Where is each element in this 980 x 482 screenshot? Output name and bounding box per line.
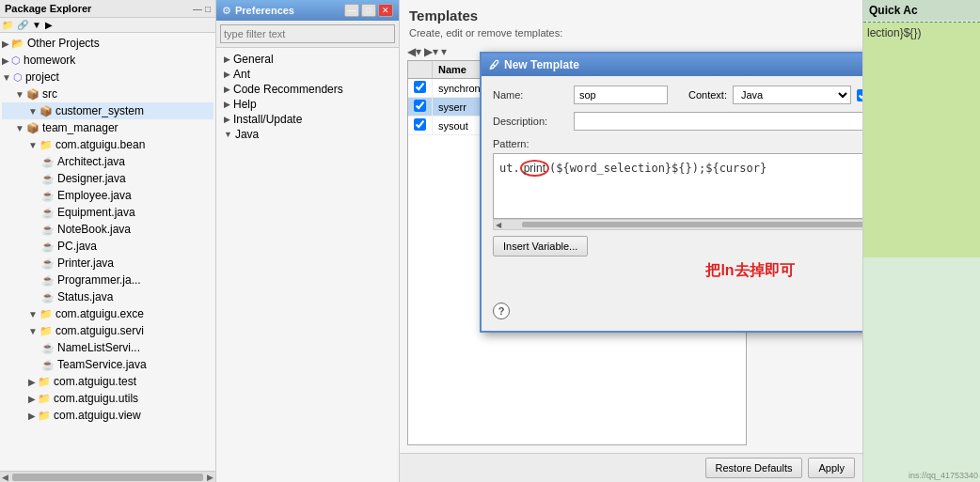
tree-item-pc[interactable]: ☕ PC.java bbox=[2, 238, 213, 255]
java-file-icon-11: ☕ bbox=[41, 359, 55, 371]
package-explorer-header: Package Explorer — □ bbox=[0, 0, 215, 18]
tree-item-utils[interactable]: ▶ 📁 com.atguigu.utils bbox=[2, 390, 213, 407]
nav-arrow-java: ▼ bbox=[224, 130, 232, 139]
minimize-icon[interactable]: — bbox=[193, 4, 202, 14]
tree-item-bean[interactable]: ▼ 📁 com.atguigu.bean bbox=[2, 136, 213, 153]
pkg-folder-6: 📁 bbox=[38, 410, 51, 422]
tree-item-status[interactable]: ☕ Status.java bbox=[2, 288, 213, 305]
dialog-footer: ? OK Cancel bbox=[482, 295, 862, 331]
pref-maximize-btn[interactable]: □ bbox=[361, 4, 376, 17]
arrow-utils: ▶ bbox=[28, 394, 36, 404]
dialog-help-area: ? bbox=[493, 303, 510, 319]
watermark: ins://qq_41753340 bbox=[909, 471, 978, 480]
java-file-icon-6: ☕ bbox=[41, 241, 55, 253]
templates-area: Templates Create, edit or remove templat… bbox=[400, 0, 862, 482]
nav-arrow-cr: ▶ bbox=[224, 85, 230, 94]
pref-bottom-bar: Restore Defaults Apply bbox=[400, 453, 862, 482]
dialog-title-text: New Template bbox=[504, 58, 579, 71]
preferences-title: Preferences bbox=[235, 5, 294, 16]
java-file-icon-10: ☕ bbox=[41, 342, 55, 354]
tree-arrow-proj: ▼ bbox=[2, 72, 11, 83]
pkg-folder-3: 📁 bbox=[40, 325, 53, 337]
pkg-folder-5: 📁 bbox=[38, 393, 51, 405]
templates-title: Templates bbox=[400, 0, 862, 25]
tree-item-homework[interactable]: ▶ ⬡ homework bbox=[2, 52, 213, 69]
check-synchronized[interactable] bbox=[408, 79, 433, 98]
auto-insert-checkbox[interactable] bbox=[857, 89, 862, 101]
insert-variable-button[interactable]: Insert Variable... bbox=[493, 236, 588, 257]
nav-help[interactable]: ▶ Help bbox=[224, 97, 391, 112]
right-panel-code: lection}${}) bbox=[867, 26, 976, 39]
context-select[interactable]: Java Java statements Java type members bbox=[733, 86, 851, 104]
check-syserr[interactable] bbox=[408, 98, 433, 117]
tree-item-team-manager[interactable]: ▼ 📦 team_manager bbox=[2, 119, 213, 136]
tree-item-designer[interactable]: ☕ Designer.java bbox=[2, 170, 213, 187]
project-icon-2: ⬡ bbox=[13, 71, 23, 84]
tree-item-architect[interactable]: ☕ Architect.java bbox=[2, 153, 213, 170]
templates-subtitle: Create, edit or remove templates: bbox=[400, 25, 862, 43]
name-input[interactable] bbox=[574, 86, 668, 104]
dialog-icon: 🖊 bbox=[489, 59, 499, 70]
tree-item-test[interactable]: ▶ 📁 com.atguigu.test bbox=[2, 373, 213, 390]
tree-item-equipment[interactable]: ☕ Equipment.java bbox=[2, 204, 213, 221]
tree-item-programmer[interactable]: ☕ Programmer.ja... bbox=[2, 272, 213, 288]
nav-menu-icon[interactable]: ▾ bbox=[441, 45, 447, 58]
scroll-left[interactable]: ◀ bbox=[0, 473, 10, 482]
tree-item-namelist[interactable]: ☕ NameListServi... bbox=[2, 339, 213, 356]
scroll-thumb[interactable] bbox=[12, 474, 203, 481]
tree-item-src[interactable]: ▼ 📦 src bbox=[2, 86, 213, 102]
description-input[interactable] bbox=[574, 112, 862, 131]
toolbar-icon-3[interactable]: ▼ bbox=[32, 20, 41, 30]
apply-button[interactable]: Apply bbox=[808, 458, 855, 478]
tree-item-view[interactable]: ▶ 📁 com.atguigu.view bbox=[2, 407, 213, 424]
nav-fwd-icon[interactable]: ▶▾ bbox=[424, 45, 438, 58]
tree-item-servi[interactable]: ▼ 📁 com.atguigu.servi bbox=[2, 322, 213, 339]
nav-arrow-general: ▶ bbox=[224, 54, 230, 64]
java-file-icon-7: ☕ bbox=[41, 257, 55, 270]
help-icon[interactable]: ? bbox=[493, 303, 510, 319]
maximize-icon[interactable]: □ bbox=[205, 4, 211, 14]
dialog-titlebar: 🖊 New Template — □ ✕ bbox=[482, 54, 862, 76]
pattern-scroll[interactable]: ut.print(${word_selection}${});${cursor} bbox=[493, 153, 862, 219]
pref-filter-area bbox=[216, 21, 399, 48]
preferences-panel: ⚙ Preferences — □ ✕ ▶ General ▶ Ant bbox=[216, 0, 400, 482]
tree-item-notebook[interactable]: ☕ NoteBook.java bbox=[2, 221, 213, 238]
nav-install-update[interactable]: ▶ Install/Update bbox=[224, 112, 391, 127]
nav-arrow-iu: ▶ bbox=[224, 115, 230, 124]
tree-item-excel[interactable]: ▼ 📁 com.atguigu.exce bbox=[2, 305, 213, 322]
tree-item-teamservice[interactable]: ☕ TeamService.java bbox=[2, 356, 213, 373]
nav-back-icon[interactable]: ◀▾ bbox=[407, 45, 421, 58]
restore-defaults-button[interactable]: Restore Defaults bbox=[705, 458, 803, 478]
toolbar-icon-1[interactable]: 📁 bbox=[2, 20, 13, 30]
toolbar-icon-2[interactable]: 🔗 bbox=[17, 20, 28, 30]
filter-input[interactable] bbox=[220, 24, 395, 43]
folder-icon: 📂 bbox=[11, 38, 24, 50]
toolbar-icon-4[interactable]: ▶ bbox=[45, 20, 53, 30]
nav-java[interactable]: ▼ Java bbox=[224, 127, 391, 142]
tree-item-printer[interactable]: ☕ Printer.java bbox=[2, 255, 213, 272]
package-explorer-title: Package Explorer bbox=[5, 3, 91, 14]
nav-ant[interactable]: ▶ Ant bbox=[224, 67, 391, 82]
tree-item-customer-system[interactable]: ▼ 📦 customer_system bbox=[2, 102, 213, 119]
dialog-body: Name: Context: Java Java statements Java… bbox=[482, 76, 862, 295]
tree-item-employee[interactable]: ☕ Employee.java bbox=[2, 187, 213, 204]
nav-code-recommenders[interactable]: ▶ Code Recommenders bbox=[224, 82, 391, 97]
tree-arrow-tm: ▼ bbox=[15, 123, 24, 133]
scroll-right[interactable]: ▶ bbox=[205, 473, 215, 482]
pattern-hscroll-thumb[interactable] bbox=[522, 222, 862, 227]
nav-arrow-ant: ▶ bbox=[224, 70, 230, 79]
tree-item-project[interactable]: ▼ ⬡ project bbox=[2, 69, 213, 86]
pref-window-controls: — □ ✕ bbox=[344, 4, 393, 17]
pattern-label: Pattern: bbox=[493, 138, 862, 149]
nav-general[interactable]: ▶ General bbox=[224, 52, 391, 67]
pattern-scroll-left[interactable]: ◀ bbox=[494, 221, 503, 229]
tree-item-other-projects[interactable]: ▶ 📂 Other Projects bbox=[2, 35, 213, 52]
check-sysout[interactable] bbox=[408, 117, 433, 135]
horizontal-scrollbar[interactable]: ◀ ▶ bbox=[0, 471, 215, 482]
pref-close-btn[interactable]: ✕ bbox=[378, 4, 393, 17]
arrow-bean: ▼ bbox=[28, 140, 38, 150]
pkg-folder-2: 📁 bbox=[40, 308, 53, 320]
java-file-icon-9: ☕ bbox=[41, 291, 55, 303]
pattern-hscrollbar[interactable]: ◀ ▶ bbox=[493, 219, 862, 230]
pref-minimize-btn[interactable]: — bbox=[344, 4, 359, 17]
